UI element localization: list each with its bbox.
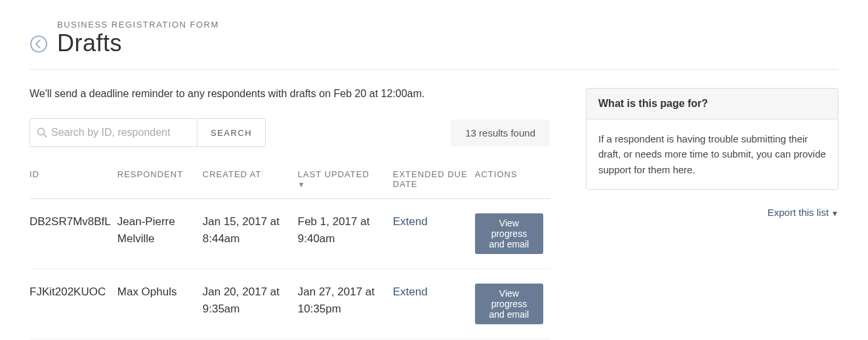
export-list-link[interactable]: Export this list▼ xyxy=(586,207,838,218)
search-icon xyxy=(37,127,47,138)
table-row: FJKit202KUOC Max Ophuls Jan 20, 2017 at … xyxy=(30,269,550,339)
cell-updated: Jan 27, 2017 at 10:35pm xyxy=(298,269,393,339)
breadcrumb: BUSINESS REGISTRATION FORM xyxy=(57,20,219,30)
cell-created: Jan 20, 2017 at 9:35am xyxy=(203,269,298,339)
info-panel-title: What is this page for? xyxy=(587,89,838,119)
cell-created: Jan 15, 2017 at 8:44am xyxy=(203,199,298,269)
page-title: Drafts xyxy=(57,30,219,57)
cell-updated: Feb 1, 2017 at 9:40am xyxy=(298,199,393,269)
view-progress-button[interactable]: View progress and email xyxy=(475,213,543,254)
info-panel: What is this page for? If a respondent i… xyxy=(586,88,838,190)
col-header-id[interactable]: ID xyxy=(30,169,117,199)
chevron-down-icon: ▼ xyxy=(831,209,838,217)
col-header-created[interactable]: CREATED AT xyxy=(203,169,298,199)
table-row: DB2SR7Mv8BfL Jean-Pierre Melville Jan 15… xyxy=(30,199,550,269)
search-button[interactable]: SEARCH xyxy=(197,118,266,147)
cell-respondent: Max Ophuls xyxy=(117,269,203,339)
extend-link[interactable]: Extend xyxy=(393,215,428,228)
view-progress-button[interactable]: View progress and email xyxy=(475,284,543,324)
sort-desc-icon: ▼ xyxy=(298,181,386,188)
col-header-actions: ACTIONS xyxy=(475,169,550,199)
results-found: 13 results found xyxy=(451,119,550,146)
search-input[interactable] xyxy=(51,127,190,138)
cell-respondent: Jean-Pierre Melville xyxy=(117,199,203,269)
cell-id: FJKit202KUOC xyxy=(30,269,117,339)
back-icon[interactable] xyxy=(30,35,48,53)
drafts-table: ID RESPONDENT CREATED AT LAST UPDATED ▼ … xyxy=(30,169,550,339)
extend-link[interactable]: Extend xyxy=(393,286,428,298)
col-header-respondent[interactable]: RESPONDENT xyxy=(117,169,203,199)
svg-point-0 xyxy=(31,36,47,52)
col-header-extended-due[interactable]: EXTENDED DUE DATE xyxy=(393,169,475,199)
col-header-last-updated[interactable]: LAST UPDATED ▼ xyxy=(298,169,393,199)
svg-line-2 xyxy=(43,134,46,137)
cell-id: DB2SR7Mv8BfL xyxy=(30,199,117,269)
reminder-text: We'll send a deadline reminder to any re… xyxy=(30,88,550,100)
info-panel-body: If a respondent is having trouble submit… xyxy=(587,119,838,189)
